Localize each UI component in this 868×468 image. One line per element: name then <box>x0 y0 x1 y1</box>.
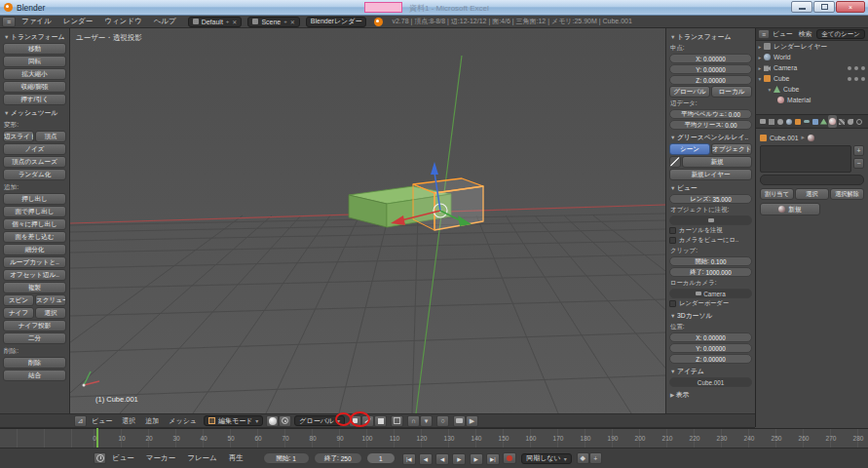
loop-cut-button[interactable]: ループカットと.. <box>3 256 66 268</box>
tab-modifiers[interactable] <box>811 115 819 128</box>
screen-add-icon[interactable]: + <box>226 19 230 24</box>
local-toggle[interactable]: ローカル <box>711 86 752 98</box>
view-menu[interactable]: ビュー <box>87 415 117 427</box>
render-visibility-icon[interactable] <box>861 66 865 70</box>
lock-camera-checkbox[interactable]: カメラをビューにロ.. <box>669 236 752 245</box>
screen-layout-selector[interactable]: Default + ✕ <box>188 17 243 27</box>
cursor-select-icon[interactable] <box>854 66 858 70</box>
extrude-region-button[interactable]: 面で押し出し <box>3 206 66 217</box>
expand-icon[interactable]: ▸ <box>756 44 764 50</box>
add-slot-button[interactable]: + <box>853 145 864 156</box>
menu-file[interactable]: ファイル <box>16 16 57 27</box>
clip-end-field[interactable]: 終了: 1000.000 <box>669 267 752 277</box>
extrude-individual-button[interactable]: 個々に押し出し <box>3 218 66 230</box>
tab-render-layers[interactable] <box>767 115 775 128</box>
timeline-menu-marker[interactable]: マーカー <box>140 452 181 464</box>
gp-scene-toggle[interactable]: シーン <box>669 143 710 155</box>
expand-icon[interactable]: ▸ <box>756 55 764 60</box>
panel-meshtools-header[interactable]: メッシュツール <box>3 106 66 119</box>
tab-physics[interactable] <box>854 115 863 128</box>
delete-button[interactable]: 削除 <box>3 357 66 369</box>
knife-project-button[interactable]: ナイフ投影 <box>3 320 66 332</box>
tab-scene[interactable] <box>775 115 784 128</box>
shrink-fatten-button[interactable]: 収縮/膨張 <box>3 81 66 93</box>
editor-type-icon[interactable]: ≡ <box>758 29 770 39</box>
smooth-vertex-button[interactable]: 頂点のスムーズ <box>3 156 66 168</box>
assign-button[interactable]: 割り当て <box>760 188 794 200</box>
pivot-point-button[interactable] <box>279 415 291 427</box>
record-button[interactable] <box>503 452 516 464</box>
prev-keyframe-button[interactable]: ◀ <box>419 453 433 465</box>
play-button[interactable]: ▶ <box>452 453 466 465</box>
editor-type-icon[interactable]: ⊿ <box>74 415 87 427</box>
new-material-button[interactable]: 新規 <box>760 203 820 215</box>
panel-transform-header[interactable]: トランスフォーム <box>669 30 752 43</box>
offset-edge-loop-button[interactable]: オフセット辺ル.. <box>3 269 66 281</box>
scene-close-icon[interactable]: ✕ <box>290 19 295 25</box>
tab-world[interactable] <box>784 115 793 128</box>
outliner-row-cube-object[interactable]: ▾ Cube <box>756 73 868 84</box>
lens-field[interactable]: レンズ: 35.000 <box>669 194 752 204</box>
play-reverse-button[interactable]: ◀ <box>435 453 449 465</box>
close-button[interactable]: × <box>836 1 865 13</box>
screen-close-icon[interactable]: ✕ <box>232 19 237 25</box>
outliner-menu-view[interactable]: ビュー <box>770 28 796 40</box>
snap-element-button[interactable]: ▾ <box>420 415 433 427</box>
merge-button[interactable]: 結合 <box>3 370 66 381</box>
expand-icon[interactable]: ▸ <box>756 65 764 71</box>
next-keyframe-button[interactable]: ▶ <box>470 453 483 465</box>
scene-add-icon[interactable]: + <box>283 19 287 24</box>
selected-faces[interactable] <box>413 178 483 230</box>
gp-draw-icon[interactable] <box>669 156 681 168</box>
outliner-row-material[interactable]: Material <box>756 95 868 105</box>
timeline-menu-playback[interactable]: 再生 <box>223 452 249 464</box>
tab-particles[interactable] <box>846 115 854 128</box>
screw-button[interactable]: スクリュー <box>35 294 66 306</box>
extrude-button[interactable]: 押し出し <box>3 193 66 205</box>
render-border-checkbox[interactable]: レンダーボーダー <box>669 299 752 308</box>
current-frame-line[interactable] <box>96 428 98 448</box>
gp-new-layer-button[interactable]: 新規レイヤー <box>669 169 752 180</box>
gp-object-toggle[interactable]: オブジェクト <box>711 143 752 155</box>
vertex-slide-button[interactable]: 頂点 <box>35 131 66 142</box>
tab-render[interactable] <box>758 115 767 128</box>
local-camera-field[interactable]: Camera <box>669 289 752 298</box>
cursor-z-field[interactable]: Z: 0.00000 <box>669 354 752 364</box>
tab-object[interactable] <box>793 115 802 128</box>
render-visibility-icon[interactable] <box>861 77 865 81</box>
bevel-weight-field[interactable]: 平均ベベルウェ: 0.00 <box>669 109 752 119</box>
material-browse-field[interactable] <box>760 175 864 185</box>
viewport-canvas[interactable] <box>70 28 665 413</box>
cursor-y-field[interactable]: Y: 0.00000 <box>669 343 752 353</box>
knife-button[interactable]: ナイフ <box>3 307 34 319</box>
lock-to-object-field[interactable] <box>669 215 752 225</box>
select-button[interactable]: 選択 <box>795 188 829 200</box>
outliner-row-camera[interactable]: ▸ Camera <box>756 62 868 73</box>
add-menu[interactable]: 追加 <box>140 415 164 427</box>
eye-icon[interactable] <box>848 66 851 70</box>
push-pull-button[interactable]: 押す/引く <box>3 94 66 105</box>
collapse-icon[interactable]: ▾ <box>766 87 774 93</box>
deselect-button[interactable]: 選択解除 <box>830 188 864 200</box>
rotate-button[interactable]: 回転 <box>3 56 66 67</box>
lock-to-cursor-checkbox[interactable]: カーソルを注視 <box>669 226 752 235</box>
frame-start-field[interactable]: 開始: 1 <box>263 452 310 464</box>
scene-selector[interactable]: Scene + ✕ <box>247 17 299 27</box>
render-opengl-button[interactable] <box>453 415 466 427</box>
sync-mode-selector[interactable]: 同期しない ▾ <box>521 453 572 464</box>
median-y-field[interactable]: Y: 0.00000 <box>669 64 752 74</box>
crease-field[interactable]: 平均クリース: 0.00 <box>669 120 752 130</box>
outliner-row-cube-data[interactable]: ▾ Cube <box>756 84 868 95</box>
render-engine-selector[interactable]: Blenderレンダー <box>306 17 367 27</box>
visibility-toggles[interactable] <box>848 66 865 70</box>
timeline-ruler[interactable]: 0102030405060708090100110120130140150160… <box>0 428 868 448</box>
tab-texture[interactable] <box>837 115 846 128</box>
current-frame-field[interactable]: 1 <box>366 452 396 464</box>
gp-new-button[interactable]: 新規 <box>682 156 752 168</box>
outliner-menu-search[interactable]: 検索 <box>796 28 815 40</box>
duplicate-button[interactable]: 複製 <box>3 282 66 293</box>
viewport-shading-button[interactable] <box>266 415 279 427</box>
timeline-menu-frame[interactable]: フレーム <box>181 452 223 464</box>
bisect-button[interactable]: 二分 <box>3 332 66 344</box>
select-menu[interactable]: 選択 <box>117 415 140 427</box>
